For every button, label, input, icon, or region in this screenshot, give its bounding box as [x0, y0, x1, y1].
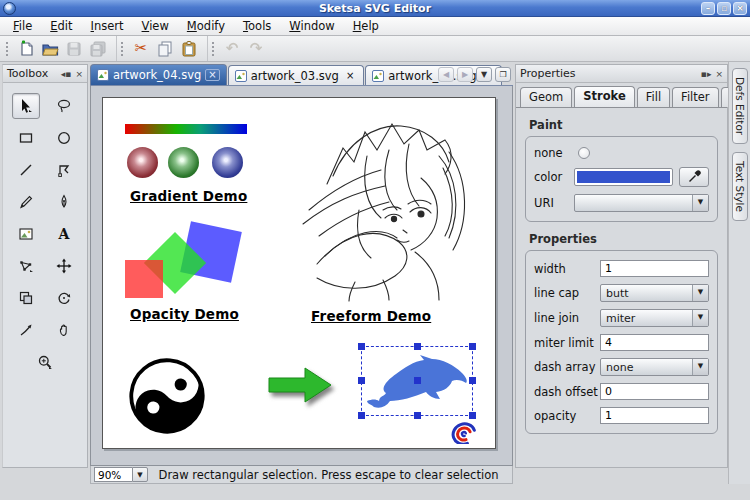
toolbar-grip: [6, 42, 9, 56]
selection-handle-ne[interactable]: [469, 343, 476, 350]
tool-pencil[interactable]: [12, 189, 40, 215]
tab-maximize-icon[interactable]: ❒: [495, 67, 511, 82]
menu-window[interactable]: Window: [280, 17, 343, 36]
tab-label: artwork_03.svg: [251, 69, 339, 83]
line-join-dropdown-icon[interactable]: ▼: [692, 310, 708, 326]
width-input[interactable]: [600, 260, 709, 277]
red-square-shape[interactable]: [125, 260, 163, 298]
selection-handle-se[interactable]: [469, 412, 476, 419]
tool-rotate[interactable]: [50, 285, 78, 311]
freeform-sketch-drawing[interactable]: [297, 114, 483, 302]
save-button[interactable]: [62, 38, 86, 60]
tool-skew[interactable]: [12, 317, 40, 343]
properties-dock-icon[interactable]: ▪▸: [701, 69, 712, 79]
red-sphere-shape[interactable]: [127, 147, 158, 178]
uri-dropdown-icon[interactable]: ▼: [692, 195, 708, 211]
menu-view[interactable]: View: [133, 17, 178, 36]
tool-ellipse[interactable]: [50, 125, 78, 151]
selection-handle-n[interactable]: [414, 343, 421, 350]
zoom-level-combo[interactable]: ▼: [94, 467, 148, 482]
selection-handle-e[interactable]: [469, 377, 476, 384]
menu-modify[interactable]: Modify: [178, 17, 234, 36]
yin-yang-shape[interactable]: [129, 358, 205, 434]
tool-pen[interactable]: [50, 189, 78, 215]
copy-button[interactable]: [153, 38, 177, 60]
selection-handle-w[interactable]: [358, 377, 365, 384]
selection-handle-sw[interactable]: [358, 412, 365, 419]
toolbox-collapse-icon[interactable]: ◂▪: [61, 69, 72, 79]
tool-zoom[interactable]: [31, 349, 59, 375]
tool-text[interactable]: A: [50, 221, 78, 247]
tab-stroke[interactable]: Stroke: [574, 86, 635, 107]
zoom-dropdown-icon[interactable]: ▼: [132, 467, 148, 482]
tab-artwork-03[interactable]: artwork_03.svg ×: [228, 65, 365, 85]
menu-help[interactable]: Help: [344, 17, 388, 36]
maximize-button[interactable]: ▫: [717, 2, 731, 15]
selection-handle-nw[interactable]: [358, 343, 365, 350]
tab-artwork-04[interactable]: artwork_04.svg ×: [90, 64, 227, 85]
tab-close-icon[interactable]: ×: [205, 69, 219, 81]
dash-array-dropdown-icon[interactable]: ▼: [692, 359, 708, 375]
selection-bounding-box[interactable]: [361, 346, 473, 416]
tab-close-icon[interactable]: ×: [343, 70, 357, 82]
line-join-select[interactable]: miter ▼: [600, 309, 709, 327]
selection-handle-center[interactable]: [414, 377, 421, 384]
paint-none-radio[interactable]: [578, 147, 590, 159]
tool-pan[interactable]: [50, 317, 78, 343]
tool-move[interactable]: [50, 253, 78, 279]
tab-scroll-left-icon[interactable]: ◀: [438, 67, 454, 82]
toolbox-close-icon[interactable]: ×: [75, 69, 83, 79]
dash-array-label: dash array: [534, 360, 600, 374]
tool-lasso[interactable]: [50, 93, 78, 119]
miter-limit-input[interactable]: [600, 334, 709, 351]
opacity-demo-label[interactable]: Opacity Demo: [130, 306, 239, 322]
menu-edit[interactable]: Edit: [41, 17, 81, 36]
eyedropper-button[interactable]: [679, 167, 709, 187]
menu-file[interactable]: File: [4, 17, 41, 36]
properties-close-icon[interactable]: ×: [715, 69, 723, 79]
zoom-level-input[interactable]: [94, 467, 132, 482]
menu-insert[interactable]: Insert: [82, 17, 133, 36]
selection-handle-s[interactable]: [414, 412, 421, 419]
close-button[interactable]: ×: [733, 2, 747, 15]
canvas-viewport[interactable]: Gradient Demo Opacity Demo: [90, 86, 513, 466]
tab-geom[interactable]: Geom: [520, 87, 572, 107]
dash-offset-input[interactable]: [600, 383, 709, 400]
svg-page[interactable]: Gradient Demo Opacity Demo: [102, 97, 496, 449]
line-cap-select[interactable]: butt ▼: [600, 284, 709, 302]
tool-group[interactable]: [12, 285, 40, 311]
line-cap-dropdown-icon[interactable]: ▼: [692, 285, 708, 301]
new-document-button[interactable]: [14, 38, 38, 60]
tab-fill[interactable]: Fill: [637, 87, 670, 107]
gradient-bar-shape[interactable]: [125, 124, 247, 134]
open-file-button[interactable]: [38, 38, 62, 60]
tool-rectangle[interactable]: [12, 125, 40, 151]
tool-select[interactable]: [12, 93, 40, 119]
tab-scroll-right-icon[interactable]: ▶: [457, 67, 473, 82]
blue-sphere-shape[interactable]: [212, 147, 243, 178]
tool-line[interactable]: [12, 157, 40, 183]
save-all-button[interactable]: [86, 38, 110, 60]
gradient-demo-label[interactable]: Gradient Demo: [130, 188, 247, 204]
tool-polygon[interactable]: [50, 157, 78, 183]
uri-select[interactable]: ▼: [574, 194, 709, 212]
undo-button[interactable]: ↶: [220, 38, 244, 60]
cut-button[interactable]: ✂: [129, 38, 153, 60]
green-arrow-shape[interactable]: [267, 364, 335, 408]
tool-edit-nodes[interactable]: [12, 253, 40, 279]
toolbox-title: Toolbox: [7, 67, 48, 80]
opacity-input[interactable]: [600, 407, 709, 424]
stroke-color-swatch[interactable]: [574, 168, 673, 186]
minimize-button[interactable]: –: [701, 2, 715, 15]
freeform-demo-label[interactable]: Freeform Demo: [311, 308, 431, 324]
green-sphere-shape[interactable]: [168, 147, 199, 178]
dash-array-select[interactable]: none ▼: [600, 358, 709, 376]
tab-filter[interactable]: Filter: [672, 87, 718, 107]
tool-image[interactable]: [12, 221, 40, 247]
text-style-tab[interactable]: Text Style: [732, 152, 748, 221]
menu-tools[interactable]: Tools: [234, 17, 280, 36]
redo-button[interactable]: ↷: [244, 38, 268, 60]
tab-list-dropdown-icon[interactable]: ▼: [476, 67, 492, 82]
paste-button[interactable]: [177, 38, 201, 60]
defs-editor-tab[interactable]: Defs Editor: [732, 68, 748, 144]
